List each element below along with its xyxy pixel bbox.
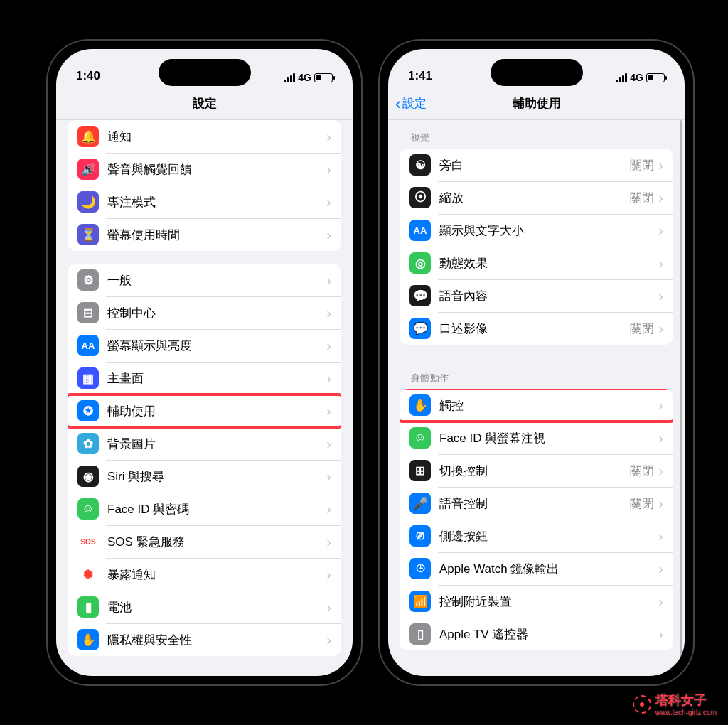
row-label: 主畫面 bbox=[107, 370, 326, 387]
scrollbar[interactable] bbox=[680, 120, 682, 675]
group-1: ✋觸控›☺︎Face ID 與螢幕注視›⊞切換控制關閉›🎤語音控制關閉›⎚側邊按… bbox=[400, 389, 673, 650]
back-label: 設定 bbox=[402, 95, 427, 112]
battery-icon: ▮ bbox=[77, 596, 99, 618]
screen-time-icon: ⏳ bbox=[77, 224, 99, 245]
chevron-right-icon: › bbox=[326, 599, 331, 616]
row-sos[interactable]: SOSSOS 緊急服務› bbox=[68, 525, 341, 558]
sounds-icon: 🔊 bbox=[77, 159, 99, 180]
row-nearby[interactable]: 📶控制附近裝置› bbox=[400, 585, 673, 618]
row-label: 口述影像 bbox=[439, 321, 630, 337]
row-face-id[interactable]: ☺︎Face ID 與密碼› bbox=[68, 493, 341, 525]
row-battery[interactable]: ▮電池› bbox=[68, 591, 341, 623]
row-motion[interactable]: ◎動態效果› bbox=[400, 247, 673, 279]
chevron-right-icon: › bbox=[326, 468, 331, 485]
nearby-icon: 📶 bbox=[410, 591, 431, 612]
row-apple-watch[interactable]: ⌚︎Apple Watch 鏡像輸出› bbox=[400, 552, 673, 585]
row-label: Apple Watch 鏡像輸出 bbox=[439, 561, 658, 577]
signal-icon bbox=[616, 73, 628, 82]
row-display[interactable]: AA螢幕顯示與亮度› bbox=[68, 329, 341, 362]
row-label: 動態效果 bbox=[439, 255, 658, 272]
row-side-button[interactable]: ⎚側邊按鈕› bbox=[400, 520, 673, 552]
chevron-right-icon: › bbox=[658, 255, 663, 272]
section-header: 視覺 bbox=[400, 120, 673, 149]
row-screen-time[interactable]: ⏳螢幕使用時間› bbox=[68, 218, 341, 251]
home-screen-icon: ▦ bbox=[77, 367, 99, 389]
row-appletv[interactable]: ▯Apple TV 遙控器› bbox=[400, 618, 673, 650]
watermark-url: www.tech-girlz.com bbox=[655, 709, 717, 716]
row-spoken[interactable]: 💬語音內容› bbox=[400, 279, 673, 312]
row-notifications[interactable]: 🔔通知› bbox=[68, 120, 341, 153]
voiceover-icon: ☯︎ bbox=[410, 154, 431, 176]
row-label: 觸控 bbox=[439, 397, 658, 414]
row-label: 側邊按鈕 bbox=[439, 528, 658, 544]
row-zoom[interactable]: ⦿縮放關閉› bbox=[400, 181, 673, 214]
row-focus[interactable]: 🌙專注模式› bbox=[68, 186, 341, 218]
row-value: 關閉 bbox=[630, 190, 654, 206]
row-label: Apple TV 遙控器 bbox=[439, 626, 658, 643]
control-center-icon: ⊟ bbox=[77, 302, 99, 323]
audio-desc-icon: 💬 bbox=[410, 318, 431, 339]
row-exposure[interactable]: ✺暴露通知› bbox=[68, 558, 341, 591]
row-siri[interactable]: ◉Siri 與搜尋› bbox=[68, 460, 341, 493]
sos-icon: SOS bbox=[77, 531, 99, 552]
row-general[interactable]: ⚙︎一般› bbox=[68, 264, 341, 296]
row-wallpaper[interactable]: ✿背景圖片› bbox=[68, 427, 341, 460]
chevron-right-icon: › bbox=[658, 397, 663, 414]
chevron-right-icon: › bbox=[658, 463, 663, 479]
row-home-screen[interactable]: ▦主畫面› bbox=[68, 362, 341, 394]
settings-list[interactable]: 🔔通知›🔊聲音與觸覺回饋›🌙專注模式›⏳螢幕使用時間›⚙︎一般›⊟控制中心›AA… bbox=[56, 120, 353, 676]
chevron-right-icon: › bbox=[658, 561, 663, 577]
general-icon: ⚙︎ bbox=[77, 269, 99, 291]
phone-settings: 1:40 4G 設定 🔔通知›🔊聲音與觸覺回饋›🌙專注模式›⏳螢幕使用時間›⚙︎… bbox=[46, 39, 363, 686]
accessibility-list[interactable]: 視覺☯︎旁白關閉›⦿縮放關閉›AA顯示與文字大小›◎動態效果›💬語音內容›💬口述… bbox=[388, 120, 685, 676]
row-voiceover[interactable]: ☯︎旁白關閉› bbox=[400, 149, 673, 181]
chevron-right-icon: › bbox=[658, 222, 663, 239]
row-label: 控制中心 bbox=[107, 305, 326, 321]
chevron-right-icon: › bbox=[326, 161, 331, 178]
row-label: Face ID 與螢幕注視 bbox=[439, 430, 658, 446]
face-id-icon: ☺︎ bbox=[77, 498, 99, 520]
row-switch-ctrl[interactable]: ⊞切換控制關閉› bbox=[400, 454, 673, 487]
chevron-right-icon: › bbox=[326, 129, 331, 145]
row-label: 螢幕使用時間 bbox=[107, 227, 326, 243]
row-face-attn[interactable]: ☺︎Face ID 與螢幕注視› bbox=[400, 421, 673, 454]
group-g2: ⚙︎一般›⊟控制中心›AA螢幕顯示與亮度›▦主畫面›✪輔助使用›✿背景圖片›◉S… bbox=[68, 264, 341, 656]
row-label: 切換控制 bbox=[439, 463, 630, 479]
row-control-center[interactable]: ⊟控制中心› bbox=[68, 296, 341, 329]
siri-icon: ◉ bbox=[77, 466, 99, 487]
chevron-right-icon: › bbox=[326, 370, 331, 387]
row-label: 隱私權與安全性 bbox=[107, 632, 326, 648]
section-header: 身體動作 bbox=[400, 358, 673, 389]
row-touch[interactable]: ✋觸控› bbox=[400, 389, 673, 421]
apple-watch-icon: ⌚︎ bbox=[410, 558, 431, 579]
network-label: 4G bbox=[298, 72, 311, 83]
row-label: 電池 bbox=[107, 599, 326, 616]
row-label: 聲音與觸覺回饋 bbox=[107, 161, 326, 178]
watermark: 塔科女子 www.tech-girlz.com bbox=[633, 692, 717, 716]
row-audio-desc[interactable]: 💬口述影像關閉› bbox=[400, 312, 673, 345]
row-sounds[interactable]: 🔊聲音與觸覺回饋› bbox=[68, 153, 341, 186]
signal-icon bbox=[284, 73, 296, 82]
chevron-right-icon: › bbox=[658, 288, 663, 304]
chevron-right-icon: › bbox=[658, 495, 663, 512]
row-label: 語音內容 bbox=[439, 288, 658, 304]
touch-icon: ✋ bbox=[410, 394, 431, 416]
chevron-right-icon: › bbox=[326, 305, 331, 321]
face-attn-icon: ☺︎ bbox=[410, 427, 431, 449]
row-accessibility[interactable]: ✪輔助使用› bbox=[68, 394, 341, 427]
network-label: 4G bbox=[630, 72, 643, 83]
watermark-icon bbox=[633, 695, 651, 714]
side-button-icon: ⎚ bbox=[410, 525, 431, 547]
row-privacy[interactable]: ✋隱私權與安全性› bbox=[68, 623, 341, 656]
notifications-icon: 🔔 bbox=[77, 126, 99, 147]
accessibility-icon: ✪ bbox=[77, 400, 99, 421]
wallpaper-icon: ✿ bbox=[77, 433, 99, 454]
chevron-right-icon: › bbox=[326, 338, 331, 354]
dynamic-island bbox=[159, 59, 251, 86]
row-label: 縮放 bbox=[439, 190, 630, 206]
battery-icon bbox=[646, 73, 665, 82]
chevron-right-icon: › bbox=[326, 501, 331, 517]
row-display-text[interactable]: AA顯示與文字大小› bbox=[400, 214, 673, 247]
row-voice-ctrl[interactable]: 🎤語音控制關閉› bbox=[400, 487, 673, 520]
back-button[interactable]: ‹ 設定 bbox=[395, 95, 427, 112]
